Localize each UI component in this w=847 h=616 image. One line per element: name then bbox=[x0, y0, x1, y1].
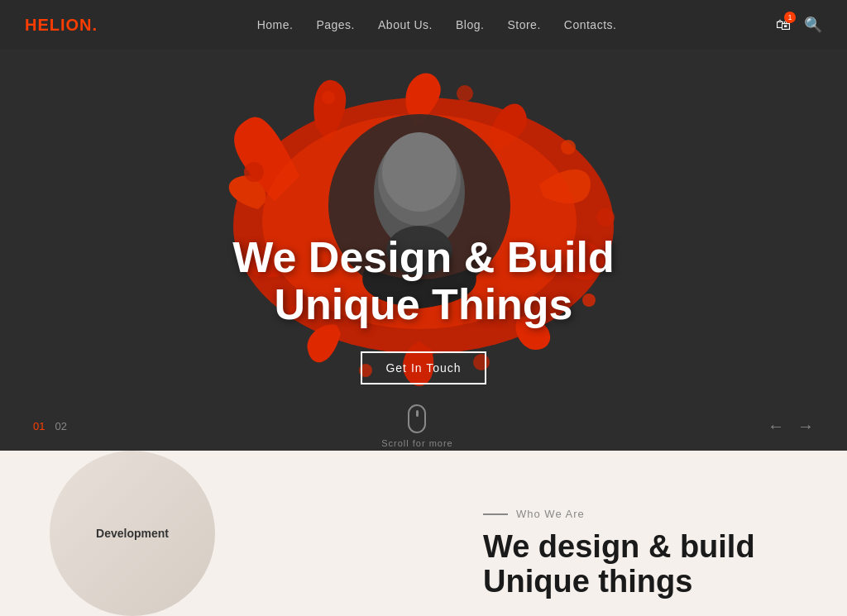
section-tag-text: Who We Are bbox=[516, 508, 585, 520]
hero-bottom-bar: 01 02 Scroll for more ← → bbox=[0, 401, 847, 451]
nav-pages[interactable]: Pages. bbox=[316, 18, 355, 31]
hero-cta-button[interactable]: Get In Touch bbox=[361, 351, 486, 384]
main-nav: Home. Pages. About Us. Blog. Store. Cont… bbox=[257, 18, 617, 31]
circle-label: Development bbox=[96, 527, 169, 540]
svg-point-4 bbox=[561, 140, 576, 155]
svg-point-3 bbox=[457, 85, 473, 102]
scroll-mouse-icon bbox=[408, 404, 426, 433]
section-title-line2: Unique things bbox=[483, 564, 692, 599]
logo-dot: . bbox=[93, 16, 98, 34]
svg-point-5 bbox=[596, 208, 615, 227]
scroll-text: Scroll for more bbox=[381, 438, 453, 448]
hero-nav-arrows: ← → bbox=[768, 417, 814, 436]
hero-section: We Design & Build Unique Things Get In T… bbox=[0, 0, 847, 451]
section-title: We design & build Unique things bbox=[483, 530, 797, 599]
header-actions: 🛍 1 🔍 bbox=[776, 16, 822, 34]
who-we-are-section: Who We Are We design & build Unique thin… bbox=[483, 508, 797, 599]
cart-badge: 1 bbox=[784, 12, 796, 23]
nav-home[interactable]: Home. bbox=[257, 18, 294, 31]
search-icon[interactable]: 🔍 bbox=[804, 16, 822, 34]
logo-text: HELION bbox=[25, 16, 93, 34]
svg-point-1 bbox=[244, 162, 264, 182]
hero-title: We Design & Build Unique Things bbox=[208, 234, 639, 328]
section-tag-line bbox=[483, 513, 508, 515]
nav-store[interactable]: Store. bbox=[507, 18, 540, 31]
nav-blog[interactable]: Blog. bbox=[456, 18, 484, 31]
nav-about[interactable]: About Us. bbox=[378, 18, 433, 31]
svg-point-14 bbox=[382, 132, 457, 212]
development-circle: Development bbox=[50, 451, 215, 616]
site-logo[interactable]: HELION. bbox=[25, 16, 98, 35]
below-fold-section: Development Who We Are We design & build… bbox=[0, 451, 847, 616]
svg-point-2 bbox=[322, 91, 335, 104]
cart-icon[interactable]: 🛍 1 bbox=[776, 17, 791, 34]
prev-arrow[interactable]: ← bbox=[768, 417, 784, 436]
next-arrow[interactable]: → bbox=[797, 417, 814, 436]
nav-contacts[interactable]: Contacts. bbox=[564, 18, 617, 31]
section-tag: Who We Are bbox=[483, 508, 797, 520]
hero-title-line1: We Design & Build bbox=[232, 233, 614, 281]
slide-indicators: 01 02 bbox=[33, 420, 67, 432]
hero-content: We Design & Build Unique Things Get In T… bbox=[208, 234, 639, 384]
slide-dot-1[interactable]: 01 bbox=[33, 420, 45, 432]
site-header: HELION. Home. Pages. About Us. Blog. Sto… bbox=[0, 0, 847, 50]
section-title-line1: We design & build bbox=[483, 529, 755, 564]
scroll-indicator: Scroll for more bbox=[381, 404, 453, 448]
slide-dot-2[interactable]: 02 bbox=[55, 420, 66, 432]
hero-title-line2: Unique Things bbox=[274, 280, 572, 328]
